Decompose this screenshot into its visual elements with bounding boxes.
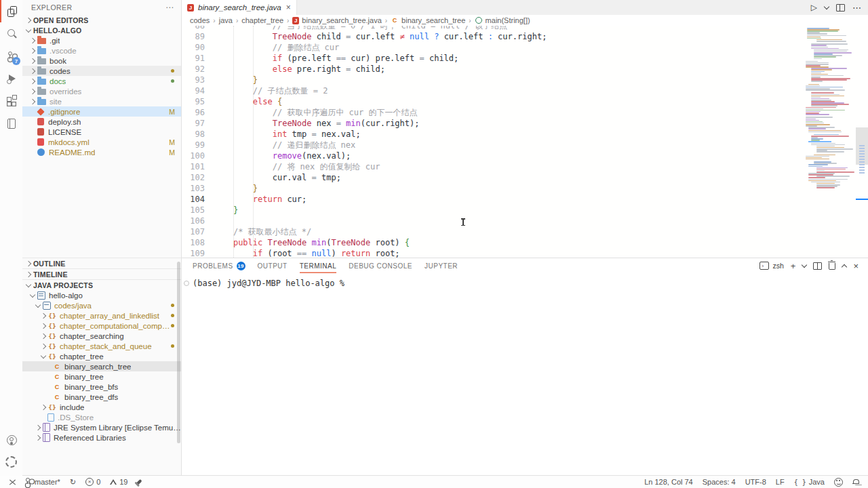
tree-item-codes[interactable]: codes [22, 66, 181, 76]
kill-terminal-icon[interactable] [829, 263, 835, 270]
chevron-right-icon[interactable] [41, 404, 46, 409]
tree-item-ds-store[interactable]: .DS_Store [22, 412, 181, 422]
breadcrumb-codes[interactable]: codes [190, 16, 210, 24]
tree-item-binary-tree-bfs[interactable]: Cbinary_tree_bfs [22, 382, 181, 392]
code-line-88[interactable]: 88 // 当子结点数量 = 0 / 1 时， child = null / 该… [182, 26, 804, 31]
run-button[interactable]: ▷ [811, 3, 817, 12]
code-line-96[interactable]: 96 // 获取中序遍历中 cur 的下一个结点 [182, 107, 804, 118]
explorer-icon[interactable] [0, 0, 24, 22]
split-editor-icon[interactable] [836, 4, 845, 12]
run-dropdown-icon[interactable] [824, 4, 829, 9]
chevron-down-icon[interactable] [35, 302, 41, 307]
code-line-104[interactable]: 104 return cur; [182, 194, 804, 205]
tree-item-codes-java[interactable]: codes/java [22, 300, 181, 310]
chevron-right-icon[interactable] [30, 68, 35, 73]
code-line-92[interactable]: 92 else pre.right = child; [182, 64, 804, 75]
tree-item-docs[interactable]: docs [22, 76, 181, 86]
tree-item-chapter-computational-complexity[interactable]: {}chapter_computational_complexity [22, 321, 181, 331]
code-line-97[interactable]: 97 TreeNode nex = min(cur.right); [182, 118, 804, 129]
chevron-right-icon[interactable] [30, 88, 35, 94]
outline-header[interactable]: OUTLINE [22, 258, 181, 268]
project-root-header[interactable]: HELLO-ALGO [22, 25, 181, 35]
shell-name[interactable]: zsh [772, 262, 783, 270]
tree-item-site[interactable]: site [22, 96, 181, 106]
breadcrumb-binary-search-tree-java[interactable]: Jbinary_search_tree.java [292, 16, 381, 24]
tree-item-git[interactable]: .git [22, 35, 181, 45]
code-line-108[interactable]: 108 public TreeNode min(TreeNode root) { [182, 237, 804, 248]
tree-item-license[interactable]: LICENSE [22, 127, 181, 137]
source-control-icon[interactable]: 7 [0, 45, 22, 67]
sidebar-scrollbar[interactable] [177, 262, 180, 443]
code-line-91[interactable]: 91 if (pre.left == cur) pre.left = child… [182, 53, 804, 64]
code-line-98[interactable]: 98 int tmp = nex.val; [182, 129, 804, 140]
run-debug-icon[interactable] [0, 67, 22, 89]
tree-item-jre-system-library-eclipse-temurin-17-17[interactable]: JRE System Library [Eclipse Temurin 17 [… [22, 422, 181, 432]
code-line-93[interactable]: 93 } [182, 75, 804, 85]
terminal-icon[interactable] [760, 262, 769, 270]
chevron-down-icon[interactable] [30, 291, 35, 297]
tree-item-mkdocs-yml[interactable]: mkdocs.ymlM [22, 137, 181, 147]
code-editor[interactable]: 88 // 当子结点数量 = 0 / 1 时， child = null / 该… [182, 26, 868, 258]
editor-more-icon[interactable]: ⋯ [852, 3, 861, 12]
chevron-right-icon[interactable] [30, 78, 35, 83]
close-panel-icon[interactable]: × [853, 261, 859, 271]
tree-item-chapter-array-and-linkedlist[interactable]: {}chapter_array_and_linkedlist [22, 310, 181, 321]
tree-item-gitignore[interactable]: .gitignoreM [22, 106, 181, 117]
chevron-right-icon[interactable] [41, 333, 46, 338]
code-line-101[interactable]: 101 // 将 nex 的值复制给 cur [182, 161, 804, 172]
status-branch-icon[interactable]: master* [21, 476, 64, 488]
breadcrumb-binary-search-tree[interactable]: Cbinary_search_tree [391, 16, 465, 24]
tree-item-binary-search-tree[interactable]: Cbinary_search_tree [22, 361, 181, 371]
status-remote-icon[interactable] [5, 476, 20, 488]
code-line-106[interactable]: 106 [182, 216, 804, 226]
breadcrumb-main-string[interactable]: main(String[]) [475, 16, 530, 24]
search-icon[interactable] [0, 22, 22, 45]
code-line-95[interactable]: 95 else { [182, 96, 804, 107]
chevron-right-icon[interactable] [35, 434, 41, 440]
chevron-right-icon[interactable] [41, 323, 46, 328]
status-spaces-4[interactable]: Spaces: 4 [698, 476, 740, 488]
tree-item-referenced-libraries[interactable]: Referenced Libraries [22, 432, 181, 443]
code-line-107[interactable]: 107 /* 获取最小结点 */ [182, 226, 804, 237]
code-line-102[interactable]: 102 cur.val = tmp; [182, 172, 804, 183]
explorer-more-icon[interactable]: ⋯ [165, 3, 174, 12]
extensions-icon[interactable] [0, 89, 22, 112]
chevron-right-icon[interactable] [30, 98, 35, 104]
terminal[interactable]: (base) jyd@JYD-MBP hello-algo % [182, 273, 868, 288]
tree-item-chapter-searching[interactable]: {}chapter_searching [22, 331, 181, 341]
tree-item-binary-tree[interactable]: Cbinary_tree [22, 371, 181, 382]
panel-tab-problems[interactable]: PROBLEMS19 [193, 258, 245, 273]
maximize-panel-icon[interactable] [842, 264, 847, 269]
account-icon[interactable] [0, 428, 22, 451]
status-sync-icon[interactable]: ↻ [66, 476, 80, 488]
settings-gear-icon[interactable] [0, 451, 22, 473]
timeline-header[interactable]: TIMELINE [22, 268, 181, 279]
chevron-right-icon[interactable] [30, 37, 35, 43]
code-line-109[interactable]: 109 if (root == null) return root; [182, 248, 804, 258]
split-terminal-icon[interactable] [813, 262, 822, 270]
breadcrumb-chapter-tree[interactable]: chapter_tree [241, 16, 283, 24]
breadcrumb-java[interactable]: java [219, 16, 233, 24]
panel-tab-jupyter[interactable]: JUPYTER [425, 258, 458, 273]
tab-close-icon[interactable]: × [286, 3, 291, 12]
code-line-94[interactable]: 94 // 子结点数量 = 2 [182, 85, 804, 96]
status-feedback-icon[interactable] [830, 476, 847, 488]
tree-item-book[interactable]: book [22, 56, 181, 66]
tab-binary-search-tree[interactable]: J binary_search_tree.java × [182, 0, 297, 15]
status-utf-8[interactable]: UTF-8 [741, 476, 770, 488]
panel-tab-terminal[interactable]: TERMINAL [300, 258, 337, 273]
code-line-90[interactable]: 90 // 删除结点 cur [182, 42, 804, 53]
tree-item-chapter-tree[interactable]: {}chapter_tree [22, 351, 181, 361]
chevron-right-icon[interactable] [35, 424, 41, 430]
code-line-99[interactable]: 99 // 递归删除结点 nex [182, 140, 804, 150]
code-line-89[interactable]: 89 TreeNode child = cur.left ≠ null ? cu… [182, 31, 804, 42]
overview-ruler[interactable] [856, 26, 868, 258]
code-line-103[interactable]: 103 } [182, 183, 804, 194]
chevron-down-icon[interactable] [41, 352, 46, 358]
panel-tab-debug-console[interactable]: DEBUG CONSOLE [349, 258, 412, 273]
notebook-icon[interactable] [0, 112, 22, 134]
chevron-right-icon[interactable] [30, 58, 35, 63]
tree-item-overrides[interactable]: overrides [22, 86, 181, 96]
status-warning-icon[interactable]: 19 [106, 476, 132, 488]
status-ln-128-col-74[interactable]: Ln 128, Col 74 [640, 476, 697, 488]
